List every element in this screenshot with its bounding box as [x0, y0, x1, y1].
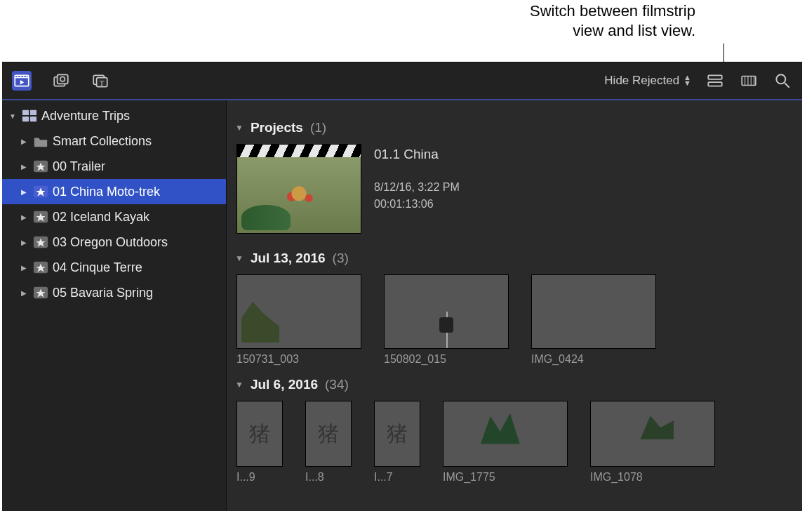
chevron-down-icon[interactable]: ▼: [235, 380, 244, 390]
clip-item[interactable]: I...9: [236, 401, 283, 484]
sidebar-item-04-cinque[interactable]: 04 Cinque Terre: [2, 255, 226, 280]
project-meta: 01.1 China 8/12/16, 3:22 PM 00:01:13:06: [374, 144, 460, 213]
clip-thumbnail[interactable]: [236, 274, 361, 349]
sidebar-item-02-iceland[interactable]: 02 Iceland Kayak: [2, 204, 226, 230]
section-header-day2[interactable]: ▼ Jul 6, 2016 (34): [227, 370, 802, 401]
section-count: (34): [325, 377, 349, 392]
svg-rect-14: [30, 110, 36, 115]
clip-item[interactable]: 150802_015: [384, 274, 509, 366]
clip-appearance-icon[interactable]: [739, 71, 759, 91]
photos-tab-icon[interactable]: [51, 71, 71, 91]
callout-caption: Switch between filmstrip view and list v…: [0, 0, 801, 62]
section-count: (3): [333, 251, 349, 266]
event-star-icon: [33, 185, 48, 199]
event-star-icon: [33, 260, 48, 274]
clip-filter-label: Hide Rejected: [604, 74, 679, 88]
list-filmstrip-toggle-icon[interactable]: [705, 71, 725, 91]
sidebar-item-05-bavaria[interactable]: 05 Bavaria Spring: [2, 280, 226, 305]
stepper-arrows-icon: ▲▼: [683, 75, 691, 86]
section-title: Jul 13, 2016: [251, 251, 326, 266]
section-header-day1[interactable]: ▼ Jul 13, 2016 (3): [227, 244, 802, 274]
clapper-icon: [237, 145, 361, 157]
event-star-icon: [33, 235, 48, 249]
clip-thumbnail[interactable]: [374, 401, 420, 467]
clip-item[interactable]: 150731_003: [236, 274, 361, 366]
sidebar-item-label: 03 Oregon Outdoors: [53, 235, 168, 250]
section-title: Jul 6, 2016: [251, 377, 318, 392]
svg-point-11: [776, 74, 785, 84]
project-thumbnail[interactable]: [236, 144, 361, 234]
chevron-down-icon[interactable]: ▼: [235, 253, 244, 263]
sidebar-item-01-china[interactable]: 01 China Moto-trek: [2, 179, 226, 204]
svg-rect-10: [742, 77, 756, 86]
project-name: 01.1 China: [374, 147, 460, 162]
sidebar-library-row[interactable]: Adventure Trips: [2, 103, 226, 128]
clip-label: 150731_003: [236, 349, 361, 366]
clip-thumbnail[interactable]: [531, 274, 656, 349]
event-star-icon: [33, 210, 48, 224]
section-header-projects[interactable]: ▼ Projects (1): [227, 113, 802, 144]
clip-item[interactable]: IMG_1775: [443, 401, 568, 484]
chevron-right-icon[interactable]: [19, 262, 29, 272]
chevron-down-icon[interactable]: ▼: [235, 123, 244, 133]
chevron-right-icon[interactable]: [19, 288, 29, 298]
sidebar-item-label: 05 Bavaria Spring: [53, 286, 153, 300]
chevron-down-icon[interactable]: [8, 111, 18, 121]
chevron-right-icon[interactable]: [19, 187, 29, 197]
svg-line-12: [785, 83, 789, 88]
svg-rect-8: [708, 75, 722, 79]
chevron-right-icon[interactable]: [19, 161, 29, 171]
sidebar: Adventure Trips Smart Collections 00 Tra…: [2, 100, 227, 511]
sidebar-item-label: 04 Cinque Terre: [53, 260, 142, 275]
svg-rect-15: [22, 117, 29, 121]
library-icon: [22, 109, 37, 123]
clip-item[interactable]: I...8: [305, 401, 352, 484]
sidebar-item-00-trailer[interactable]: 00 Trailer: [2, 154, 226, 179]
thumbnail-image: [237, 157, 361, 233]
search-icon[interactable]: [773, 71, 792, 91]
svg-rect-3: [58, 74, 68, 84]
callout-line-1: Switch between filmstrip: [0, 1, 695, 21]
clip-thumbnail[interactable]: [384, 274, 509, 349]
event-star-icon: [33, 286, 48, 300]
svg-marker-1: [20, 80, 24, 85]
clip-item[interactable]: I...7: [374, 401, 420, 484]
clip-thumbnail[interactable]: [236, 401, 283, 467]
svg-rect-9: [708, 82, 722, 86]
titles-tab-icon[interactable]: T: [91, 71, 110, 91]
section-title: Projects: [251, 120, 303, 135]
clip-thumbnail[interactable]: [590, 401, 715, 467]
clip-label: IMG_0424: [531, 349, 656, 366]
folder-icon: [33, 134, 48, 148]
sidebar-item-label: 02 Iceland Kayak: [53, 210, 149, 225]
clip-thumbnail[interactable]: [305, 401, 352, 467]
callout-line-2: view and list view.: [0, 21, 695, 41]
sidebar-item-label: 01 China Moto-trek: [53, 185, 160, 199]
chevron-right-icon[interactable]: [19, 212, 29, 222]
clip-label: I...7: [374, 467, 420, 484]
clip-label: IMG_1775: [443, 467, 568, 484]
sidebar-item-label: Smart Collections: [53, 134, 152, 149]
sidebar-item-03-oregon[interactable]: 03 Oregon Outdoors: [2, 230, 226, 255]
clip-label: I...8: [305, 467, 352, 484]
clip-filter-menu[interactable]: Hide Rejected ▲▼: [604, 74, 691, 88]
clips-tab-icon[interactable]: [12, 71, 32, 91]
clip-thumbnail[interactable]: [443, 401, 568, 467]
clip-row: I...9 I...8 I...7 IMG_1775 IMG_1078: [227, 401, 802, 488]
event-star-icon: [33, 159, 48, 173]
app-window: T Hide Rejected ▲▼: [2, 62, 802, 511]
clip-item[interactable]: IMG_0424: [531, 274, 656, 366]
svg-rect-13: [22, 110, 29, 115]
sidebar-library-label: Adventure Trips: [41, 109, 130, 124]
sidebar-item-label: 00 Trailer: [53, 159, 105, 174]
chevron-right-icon[interactable]: [19, 237, 29, 247]
clip-item[interactable]: IMG_1078: [590, 401, 715, 484]
project-duration: 00:01:13:06: [374, 196, 460, 213]
project-item[interactable]: 01.1 China 8/12/16, 3:22 PM 00:01:13:06: [227, 144, 802, 244]
chevron-right-icon[interactable]: [19, 136, 29, 146]
project-date: 8/12/16, 3:22 PM: [374, 179, 460, 196]
clip-label: IMG_1078: [590, 467, 715, 484]
clip-label: I...9: [236, 467, 283, 484]
sidebar-item-smart-collections[interactable]: Smart Collections: [2, 128, 226, 154]
clip-row: 150731_003 150802_015 IMG_0424: [227, 274, 802, 370]
